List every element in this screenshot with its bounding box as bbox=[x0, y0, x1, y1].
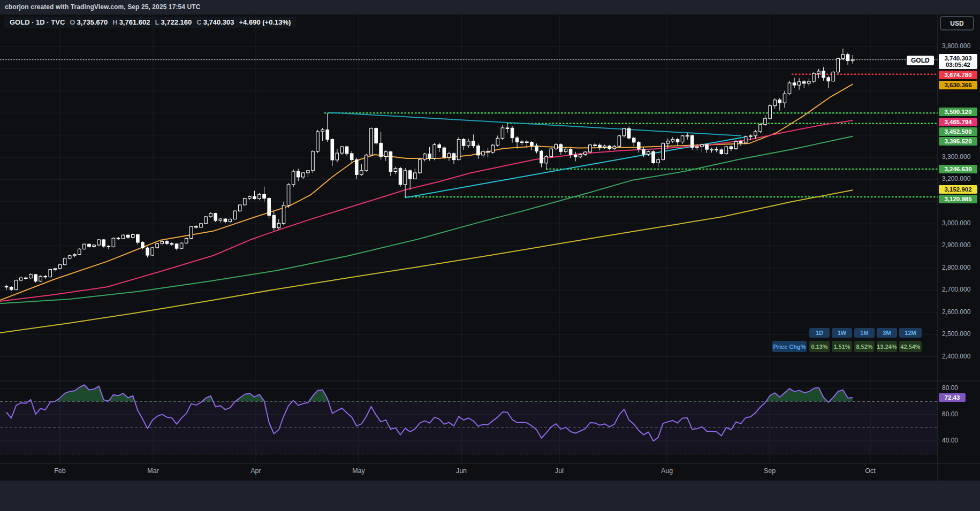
candle bbox=[803, 82, 806, 83]
candle bbox=[238, 205, 241, 211]
price-tag: 3,120.985 bbox=[939, 195, 977, 203]
candle bbox=[701, 144, 704, 147]
candle bbox=[282, 205, 285, 224]
candle bbox=[204, 217, 208, 224]
price-tick-label: 2,500.000 bbox=[942, 330, 970, 338]
candle bbox=[589, 145, 592, 152]
candle bbox=[846, 55, 849, 61]
candle bbox=[808, 81, 811, 83]
candle bbox=[788, 83, 791, 94]
candle bbox=[39, 276, 42, 281]
candle bbox=[715, 149, 718, 150]
candle bbox=[365, 155, 368, 171]
candle bbox=[219, 219, 222, 220]
price-tick-label: 3,200.000 bbox=[942, 175, 970, 182]
candle bbox=[229, 219, 232, 222]
candle bbox=[681, 136, 684, 142]
candle bbox=[676, 139, 679, 142]
candle bbox=[511, 128, 514, 138]
symbol-price-tag: GOLD bbox=[907, 56, 934, 65]
price-tag: 3,630.366 bbox=[939, 81, 977, 89]
candle bbox=[622, 128, 626, 136]
candle bbox=[613, 146, 616, 149]
candle bbox=[773, 100, 777, 106]
candle bbox=[491, 145, 495, 152]
candle bbox=[487, 151, 490, 152]
candle bbox=[564, 149, 567, 152]
candle bbox=[545, 157, 548, 163]
candle bbox=[151, 248, 154, 255]
candle bbox=[78, 249, 81, 254]
candle bbox=[54, 269, 57, 270]
candle bbox=[63, 258, 66, 265]
candle bbox=[345, 147, 348, 154]
candle bbox=[20, 278, 23, 280]
currency-toggle-button[interactable]: USD bbox=[940, 16, 974, 30]
month-label: Oct bbox=[865, 467, 875, 475]
symbol-legend[interactable]: GOLD · 1D · TVC O3,735.670H3,761.602L3,7… bbox=[4, 17, 296, 28]
candle bbox=[233, 211, 237, 219]
price-tick-label: 2,900.000 bbox=[942, 241, 970, 249]
candle bbox=[5, 286, 8, 287]
perf-range-button[interactable]: 1M bbox=[854, 328, 875, 338]
price-tag: 3,740.30303:05:42 bbox=[939, 54, 977, 69]
candle bbox=[569, 149, 572, 155]
candle bbox=[214, 213, 217, 220]
price-tag: 3,246.630 bbox=[939, 165, 977, 173]
price-tag: 3,452.500 bbox=[939, 127, 977, 136]
candle bbox=[520, 142, 523, 142]
candle bbox=[370, 128, 373, 155]
candle bbox=[754, 132, 757, 136]
candle bbox=[579, 155, 582, 157]
candle bbox=[627, 128, 630, 138]
price-tick-label: 3,300.000 bbox=[942, 153, 970, 161]
price-chart-canvas[interactable] bbox=[0, 0, 980, 511]
change-value: +4.690 (+0.13%) bbox=[239, 18, 291, 26]
perf-range-button[interactable]: 1D bbox=[809, 328, 830, 338]
candle bbox=[360, 171, 363, 174]
candle bbox=[97, 240, 101, 245]
candle bbox=[764, 118, 767, 125]
candle bbox=[117, 238, 120, 239]
candle bbox=[34, 274, 37, 281]
candle bbox=[263, 194, 266, 198]
candle bbox=[632, 138, 635, 142]
candle bbox=[248, 196, 252, 198]
candle bbox=[642, 149, 645, 155]
perf-range-button[interactable]: 12M bbox=[899, 328, 922, 338]
candle bbox=[535, 146, 538, 151]
price-tag: 3,152.902 bbox=[939, 185, 977, 194]
rsi-value-tag: 72.43 bbox=[939, 393, 966, 402]
candle bbox=[851, 60, 854, 61]
candle bbox=[482, 151, 485, 155]
candle bbox=[136, 234, 140, 242]
candle bbox=[652, 151, 655, 163]
candle bbox=[195, 226, 198, 227]
price-tick-label: 3,800.000 bbox=[942, 42, 970, 50]
candle bbox=[671, 139, 674, 141]
price-tick-label: 2,600.000 bbox=[942, 308, 970, 316]
candle bbox=[307, 171, 310, 173]
perf-range-button[interactable]: 3M bbox=[877, 328, 897, 338]
candle bbox=[404, 171, 407, 185]
candle bbox=[837, 58, 840, 72]
candle bbox=[49, 269, 52, 277]
candle bbox=[574, 155, 577, 157]
rsi-tick-label: 80.00 bbox=[942, 384, 958, 392]
candle bbox=[686, 135, 689, 136]
candle bbox=[783, 94, 786, 103]
candle bbox=[88, 244, 91, 246]
candle bbox=[457, 139, 460, 159]
perf-range-button[interactable]: 1W bbox=[832, 328, 852, 338]
candle bbox=[414, 173, 417, 179]
candle bbox=[540, 151, 543, 163]
ohlc-value: 3,735.670 bbox=[77, 18, 108, 26]
candle bbox=[666, 141, 670, 143]
candle bbox=[14, 280, 18, 289]
price-tick-label: 3,000.000 bbox=[942, 219, 970, 227]
candle bbox=[165, 241, 169, 243]
ohlc-key: O bbox=[70, 18, 75, 26]
candle bbox=[394, 169, 397, 172]
candle bbox=[58, 265, 62, 269]
candle bbox=[224, 219, 227, 222]
